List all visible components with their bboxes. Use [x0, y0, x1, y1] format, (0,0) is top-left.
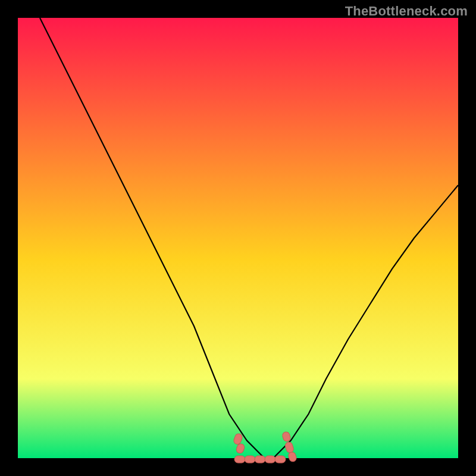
bottleneck-chart — [0, 0, 476, 476]
marker-pill — [265, 456, 275, 463]
chart-stage: TheBottleneck.com — [0, 0, 476, 476]
marker-pill — [275, 456, 286, 463]
marker-pill — [245, 456, 255, 463]
marker-pill — [234, 456, 245, 463]
marker-pill — [255, 456, 265, 463]
plot-background — [18, 18, 458, 458]
watermark-text: TheBottleneck.com — [345, 4, 468, 19]
